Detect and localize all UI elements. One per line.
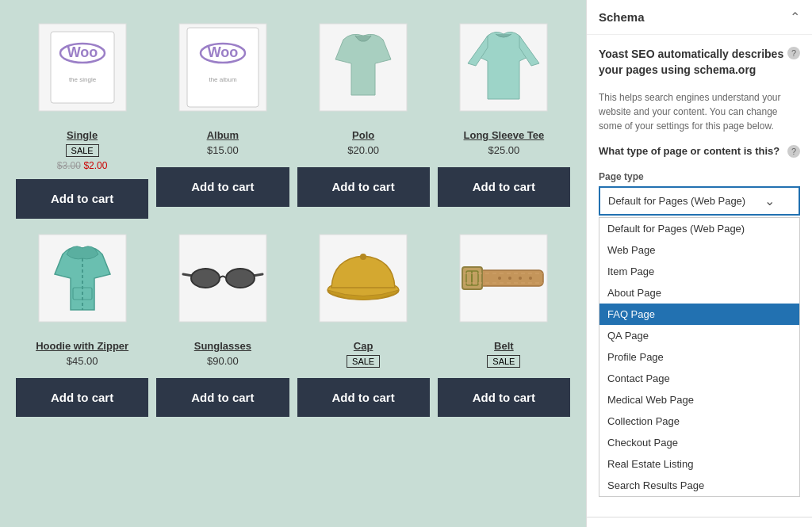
price-hoodie: $45.00 (16, 355, 148, 367)
product-info-cap: Cap SALE (297, 336, 430, 374)
dropdown-item-search-results[interactable]: Search Results Page (599, 475, 799, 496)
product-image-cap (297, 227, 430, 330)
schema-sub-description: This helps search engines understand you… (599, 90, 800, 133)
price-long-sleeve-tee: $25.00 (438, 144, 570, 156)
svg-text:Woo: Woo (208, 44, 239, 60)
product-card-cap: Cap SALE Add to cart (297, 227, 430, 418)
svg-point-22 (360, 254, 366, 260)
product-image-sunglasses (156, 227, 289, 330)
price-polo: $20.00 (297, 144, 430, 156)
svg-point-31 (529, 277, 532, 280)
page-type-select-display[interactable]: Default for Pages (Web Page) ⌄ (599, 186, 800, 216)
dropdown-item-collection[interactable]: Collection Page (599, 411, 799, 432)
product-info-sunglasses: Sunglasses $90.00 (156, 336, 289, 374)
sale-badge-single: SALE (66, 144, 99, 157)
products-grid: Woo the single Single SALE $3.00 $2.00 A… (16, 16, 570, 417)
add-to-cart-button-long-sleeve-tee[interactable]: Add to cart (438, 167, 570, 207)
product-card-belt: Belt SALE Add to cart (438, 227, 570, 418)
schema-title: Schema (599, 10, 645, 24)
dropdown-item-contact[interactable]: Contact Page (599, 368, 799, 389)
schema-help-icon-1[interactable]: ? (787, 47, 800, 59)
schema-body: Yoast SEO automatically describes your p… (587, 35, 812, 513)
product-name-polo: Polo (297, 129, 430, 141)
price-album: $15.00 (156, 144, 289, 156)
dropdown-item-profile[interactable]: Profile Page (599, 346, 799, 368)
dropdown-item-medical[interactable]: Medical Web Page (599, 389, 799, 411)
product-image-belt (438, 227, 570, 330)
product-card-hoodie: Hoodie with Zipper $45.00 Add to cart (16, 227, 148, 418)
products-panel: Woo the single Single SALE $3.00 $2.00 A… (0, 0, 586, 527)
product-image-album: Woo the album (156, 16, 289, 119)
schema-main-description: Yoast SEO automatically describes your p… (599, 47, 785, 78)
product-info-hoodie: Hoodie with Zipper $45.00 (16, 336, 148, 374)
original-price-single: $3.00 (57, 160, 81, 171)
product-card-polo: Polo $20.00 Add to cart (297, 16, 430, 219)
dropdown-item-checkout[interactable]: Checkout Page (599, 432, 799, 453)
cornerstone-section[interactable]: Cornerstone content ⌄ (587, 517, 812, 527)
price-sunglasses: $90.00 (156, 355, 289, 367)
svg-point-19 (226, 269, 255, 288)
add-to-cart-button-polo[interactable]: Add to cart (297, 167, 430, 207)
product-name-belt: Belt (438, 340, 570, 352)
page-type-label: Page type (599, 171, 800, 182)
page-type-select[interactable]: Default for Pages (Web Page) ⌄ Default f… (599, 186, 800, 497)
product-name-cap: Cap (297, 340, 430, 352)
svg-text:the single: the single (69, 76, 97, 83)
product-image-polo (297, 16, 430, 119)
dropdown-item-default[interactable]: Default for Pages (Web Page) (599, 218, 799, 239)
add-to-cart-button-belt[interactable]: Add to cart (438, 378, 570, 418)
product-card-sunglasses: Sunglasses $90.00 Add to cart (156, 227, 289, 418)
dropdown-list: Default for Pages (Web Page) Web Page It… (599, 217, 800, 497)
sale-badge-cap: SALE (347, 355, 380, 368)
schema-header: Schema ⌃ (587, 0, 812, 35)
dropdown-item-webpage[interactable]: Web Page (599, 239, 799, 261)
schema-help-icon-2[interactable]: ? (787, 145, 800, 158)
product-name-album: Album (156, 129, 289, 141)
product-card-long-sleeve-tee: Long Sleeve Tee $25.00 Add to cart (438, 16, 570, 219)
schema-question: What type of page or content is this? (599, 145, 785, 157)
product-card-album: Woo the album Album $15.00 Add to cart (156, 16, 289, 219)
selected-option-label: Default for Pages (Web Page) (608, 195, 745, 207)
product-info-polo: Polo $20.00 (297, 125, 430, 163)
add-to-cart-button-cap[interactable]: Add to cart (297, 378, 430, 418)
product-info-single: Single SALE $3.00 $2.00 (16, 125, 148, 175)
dropdown-item-qa[interactable]: QA Page (599, 325, 799, 346)
select-chevron-icon: ⌄ (764, 193, 775, 208)
dropdown-item-about[interactable]: About Page (599, 282, 799, 304)
product-name-long-sleeve-tee: Long Sleeve Tee (438, 129, 570, 141)
add-to-cart-button-single[interactable]: Add to cart (16, 179, 148, 219)
product-info-album: Album $15.00 (156, 125, 289, 163)
add-to-cart-button-hoodie[interactable]: Add to cart (16, 378, 148, 418)
schema-chevron-up-icon[interactable]: ⌃ (790, 10, 800, 25)
product-name-sunglasses: Sunglasses (156, 340, 289, 352)
svg-text:Woo: Woo (67, 44, 98, 60)
add-to-cart-button-sunglasses[interactable]: Add to cart (156, 378, 289, 418)
svg-text:the album: the album (209, 76, 236, 83)
sale-badge-belt: SALE (487, 355, 520, 368)
svg-rect-1 (51, 32, 114, 103)
product-card-single: Woo the single Single SALE $3.00 $2.00 A… (16, 16, 148, 219)
svg-rect-6 (187, 28, 259, 107)
svg-point-18 (191, 269, 220, 288)
dropdown-item-real-estate[interactable]: Real Estate Listing (599, 453, 799, 475)
svg-point-28 (498, 277, 501, 280)
product-info-long-sleeve-tee: Long Sleeve Tee $25.00 (438, 125, 570, 163)
product-info-belt: Belt SALE (438, 336, 570, 374)
svg-point-30 (519, 277, 522, 280)
sale-price-single: $2.00 (83, 160, 107, 171)
add-to-cart-button-album[interactable]: Add to cart (156, 167, 289, 207)
schema-panel: Schema ⌃ Yoast SEO automatically describ… (586, 0, 812, 527)
product-name-single: Single (16, 129, 148, 141)
dropdown-item-faq[interactable]: FAQ Page (599, 304, 799, 325)
product-image-hoodie (16, 227, 148, 330)
svg-point-29 (508, 277, 511, 280)
dropdown-item-item-page[interactable]: Item Page (599, 261, 799, 282)
product-name-hoodie: Hoodie with Zipper (16, 340, 148, 352)
product-image-long-sleeve-tee (438, 16, 570, 119)
product-image-single: Woo the single (16, 16, 148, 119)
